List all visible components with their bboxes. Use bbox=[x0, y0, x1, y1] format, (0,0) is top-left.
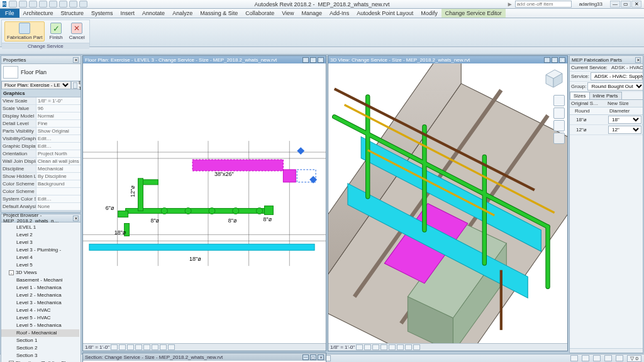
select-underlay-icon[interactable] bbox=[582, 355, 589, 361]
property-row[interactable]: Graphic Display…Edit… bbox=[1, 143, 80, 150]
search-input[interactable] bbox=[515, 1, 572, 8]
tab-modify[interactable]: Modify bbox=[417, 9, 441, 18]
redo-icon[interactable] bbox=[39, 1, 47, 8]
property-row[interactable]: Color Scheme L…Background bbox=[1, 180, 80, 188]
qat-more-icon[interactable] bbox=[79, 1, 87, 8]
property-row[interactable]: Parts VisibilityShow Original bbox=[1, 128, 80, 135]
reveal-icon[interactable] bbox=[168, 344, 175, 350]
save-icon[interactable] bbox=[19, 1, 27, 8]
cancel-button[interactable]: Cancel bbox=[67, 22, 87, 41]
tree-node[interactable]: Level 5 bbox=[1, 261, 79, 269]
maximize-button[interactable]: ▭ bbox=[621, 1, 631, 8]
select-links-icon[interactable] bbox=[570, 355, 578, 361]
tab-change-service-editor[interactable]: Change Service Editor bbox=[441, 9, 506, 18]
tree-node[interactable]: Section 1 bbox=[1, 337, 79, 344]
property-row[interactable]: System Color S…Edit… bbox=[1, 195, 80, 203]
visual-style-icon[interactable] bbox=[364, 344, 371, 350]
steering-wheel-icon[interactable] bbox=[553, 95, 565, 106]
print-icon[interactable] bbox=[49, 1, 57, 8]
view-min-icon[interactable]: — bbox=[303, 354, 309, 360]
tab-collaborate[interactable]: Collaborate bbox=[242, 9, 278, 18]
sun-icon[interactable] bbox=[372, 344, 379, 350]
crop-icon[interactable] bbox=[397, 344, 404, 350]
3d-view[interactable]: 3D View: Change Service - Size - MEP_201… bbox=[328, 55, 568, 351]
view-close-icon[interactable]: ✕ bbox=[559, 57, 565, 63]
pan-icon[interactable] bbox=[553, 107, 565, 119]
section-view[interactable]: Section: Change Service - Size - MEP_201… bbox=[82, 353, 326, 362]
property-row[interactable]: Visibility/Graph…Edit… bbox=[1, 135, 80, 143]
property-row[interactable]: OrientationProject North bbox=[1, 150, 80, 158]
tree-node[interactable]: Basement - Mechani bbox=[1, 277, 79, 284]
view-min-icon[interactable]: — bbox=[303, 57, 309, 63]
undo-icon[interactable] bbox=[29, 1, 37, 8]
property-row[interactable]: Detail LevelFine bbox=[1, 120, 80, 128]
tab-apl[interactable]: Autodesk Point Layout bbox=[353, 9, 417, 18]
tree-node[interactable]: LEVEL 1 bbox=[1, 224, 79, 231]
shadows-icon[interactable] bbox=[380, 344, 387, 350]
tree-node[interactable]: Level 4 bbox=[1, 254, 79, 261]
drag-icon[interactable] bbox=[616, 355, 623, 361]
property-row[interactable]: DisciplineMechanical bbox=[1, 165, 80, 173]
tree-node[interactable]: Section 3 bbox=[1, 352, 79, 359]
tab-inline-parts[interactable]: Inline Parts bbox=[589, 92, 622, 99]
orbit-icon[interactable] bbox=[553, 133, 565, 144]
property-row[interactable]: Display ModelNormal bbox=[1, 112, 80, 120]
zoom-icon[interactable] bbox=[553, 120, 565, 131]
tree-node[interactable]: Level 1 - Mechanica bbox=[1, 284, 79, 292]
floor-plan-view[interactable]: Floor Plan: Exercise - LEVEL 3 - Change … bbox=[82, 55, 326, 351]
panel-close-icon[interactable]: ✕ bbox=[73, 57, 79, 63]
property-row[interactable]: View Scale1/8" = 1'-0" bbox=[1, 97, 80, 105]
navigation-bar[interactable] bbox=[553, 95, 565, 144]
tab-addins[interactable]: Add-Ins bbox=[326, 9, 353, 18]
tree-node[interactable]: Level 3 - Plumbing - bbox=[1, 246, 79, 254]
view-control-bar[interactable]: 1/8" = 1'-0" bbox=[83, 343, 326, 351]
crop-icon[interactable] bbox=[143, 344, 150, 350]
property-row[interactable]: Wall Join DisplayClean all wall joins bbox=[1, 158, 80, 165]
tab-systems[interactable]: Systems bbox=[87, 9, 117, 18]
view-cube[interactable] bbox=[541, 66, 565, 90]
select-pinned-icon[interactable] bbox=[593, 355, 601, 361]
reveal-icon[interactable] bbox=[413, 344, 420, 350]
open-icon[interactable] bbox=[9, 1, 17, 8]
type-selector[interactable]: Floor Plan: Exercise - LE bbox=[1, 81, 71, 89]
view-control-bar[interactable]: 1/8" = 1'-0" bbox=[328, 343, 567, 351]
property-row[interactable]: Scale Value96 bbox=[1, 105, 80, 112]
group-select[interactable]: Round Bought Out bbox=[587, 82, 643, 90]
panel-close-icon[interactable]: ✕ bbox=[73, 216, 79, 221]
tree-node[interactable]: Level 3 bbox=[1, 239, 79, 246]
tree-node[interactable]: Level 5 - Mechanica bbox=[1, 322, 79, 329]
fabrication-part-button[interactable]: Fabrication Part bbox=[4, 21, 45, 41]
view-scale[interactable]: 1/8" = 1'-0" bbox=[85, 344, 109, 350]
tab-manage[interactable]: Manage bbox=[298, 9, 326, 18]
view-close-icon[interactable]: ✕ bbox=[318, 57, 324, 63]
property-row[interactable]: Color Scheme bbox=[1, 188, 80, 195]
tab-view[interactable]: View bbox=[278, 9, 297, 18]
tree-node[interactable]: Roof - Mechanical bbox=[1, 329, 79, 337]
hide-icon[interactable] bbox=[160, 344, 167, 350]
edit-type-button[interactable]: Edit Type bbox=[71, 81, 80, 89]
detail-level-icon[interactable] bbox=[111, 344, 118, 350]
tree-node[interactable]: Level 5 - HVAC bbox=[1, 314, 79, 322]
close-button[interactable]: ✕ bbox=[631, 1, 641, 8]
render-icon[interactable] bbox=[389, 344, 396, 350]
finish-button[interactable]: Finish bbox=[47, 22, 64, 41]
file-tab[interactable]: File bbox=[0, 9, 19, 18]
tree-node[interactable]: +Elevations (Building Elev bbox=[1, 359, 79, 362]
tree-node[interactable]: -3D Views bbox=[1, 269, 79, 277]
app-menu-button[interactable]: R bbox=[3, 1, 6, 7]
service-select[interactable]: ADSK - HVAC: Supply Air bbox=[591, 72, 643, 80]
tab-sizes[interactable]: Sizes bbox=[570, 92, 590, 99]
view-max-icon[interactable]: ▢ bbox=[310, 354, 316, 360]
new-size-select[interactable]: 18" bbox=[608, 116, 641, 124]
new-size-select[interactable]: 12" bbox=[608, 126, 641, 134]
view-close-icon[interactable]: ✕ bbox=[318, 354, 324, 360]
selection-count[interactable]: ▽ 0 bbox=[627, 355, 641, 362]
panel-close-icon[interactable]: ✕ bbox=[635, 57, 641, 63]
project-tree[interactable]: LEVEL 1Level 2Level 3Level 3 - Plumbing … bbox=[1, 222, 80, 362]
tab-structure[interactable]: Structure bbox=[57, 9, 88, 18]
hide-icon[interactable] bbox=[405, 344, 412, 350]
visual-style-icon[interactable] bbox=[119, 344, 126, 350]
sync-icon[interactable] bbox=[59, 1, 67, 8]
tree-node[interactable]: Level 4 - HVAC bbox=[1, 307, 79, 314]
tree-node[interactable]: Level 2 bbox=[1, 231, 79, 239]
